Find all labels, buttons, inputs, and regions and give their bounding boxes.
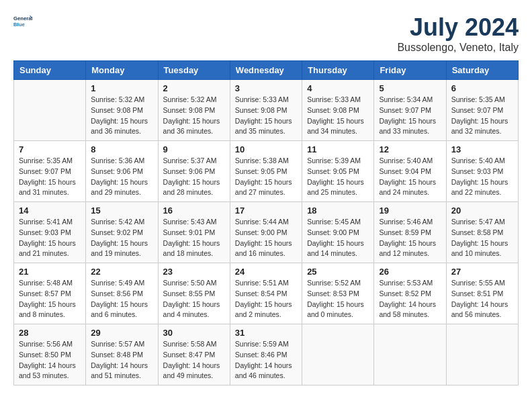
day-info: Sunrise: 5:49 AM Sunset: 8:56 PM Dayligh… <box>91 278 152 320</box>
day-number: 2 <box>163 83 225 93</box>
day-number: 15 <box>91 205 152 216</box>
calendar-cell: 18Sunrise: 5:45 AM Sunset: 9:00 PM Dayli… <box>302 202 374 263</box>
day-number: 4 <box>307 83 369 93</box>
logo: General Blue <box>13 13 32 32</box>
day-info: Sunrise: 5:36 AM Sunset: 9:06 PM Dayligh… <box>91 156 152 198</box>
location-subtitle: Bussolengo, Veneto, Italy <box>397 42 519 54</box>
calendar-cell <box>14 80 86 141</box>
day-info: Sunrise: 5:55 AM Sunset: 8:51 PM Dayligh… <box>451 278 513 320</box>
col-monday: Monday <box>86 61 158 80</box>
day-info: Sunrise: 5:48 AM Sunset: 8:57 PM Dayligh… <box>19 278 81 320</box>
day-number: 5 <box>379 83 441 93</box>
calendar-cell: 25Sunrise: 5:52 AM Sunset: 8:53 PM Dayli… <box>302 263 374 324</box>
col-tuesday: Tuesday <box>158 61 230 80</box>
day-number: 3 <box>235 83 297 93</box>
day-number: 8 <box>91 144 152 154</box>
calendar-week-row: 1Sunrise: 5:32 AM Sunset: 9:08 PM Daylig… <box>14 80 519 141</box>
calendar-cell: 16Sunrise: 5:43 AM Sunset: 9:01 PM Dayli… <box>158 202 230 263</box>
col-friday: Friday <box>374 61 446 80</box>
day-info: Sunrise: 5:37 AM Sunset: 9:06 PM Dayligh… <box>163 156 225 198</box>
calendar-week-row: 21Sunrise: 5:48 AM Sunset: 8:57 PM Dayli… <box>14 263 519 324</box>
calendar-body: 1Sunrise: 5:32 AM Sunset: 9:08 PM Daylig… <box>14 80 519 385</box>
calendar-cell: 6Sunrise: 5:35 AM Sunset: 9:07 PM Daylig… <box>446 80 518 141</box>
day-number: 17 <box>235 205 297 216</box>
col-wednesday: Wednesday <box>230 61 302 80</box>
calendar-cell: 14Sunrise: 5:41 AM Sunset: 9:03 PM Dayli… <box>14 202 86 263</box>
calendar-cell: 15Sunrise: 5:42 AM Sunset: 9:02 PM Dayli… <box>86 202 158 263</box>
day-info: Sunrise: 5:40 AM Sunset: 9:04 PM Dayligh… <box>379 156 441 198</box>
day-info: Sunrise: 5:45 AM Sunset: 9:00 PM Dayligh… <box>307 217 369 259</box>
day-info: Sunrise: 5:43 AM Sunset: 9:01 PM Dayligh… <box>163 217 225 259</box>
day-info: Sunrise: 5:46 AM Sunset: 8:59 PM Dayligh… <box>379 217 441 259</box>
calendar-cell: 19Sunrise: 5:46 AM Sunset: 8:59 PM Dayli… <box>374 202 446 263</box>
day-info: Sunrise: 5:52 AM Sunset: 8:53 PM Dayligh… <box>307 278 369 320</box>
day-number: 16 <box>163 205 225 216</box>
calendar-cell <box>446 324 518 385</box>
day-info: Sunrise: 5:35 AM Sunset: 9:07 PM Dayligh… <box>19 156 81 198</box>
day-number: 25 <box>307 267 369 277</box>
calendar-cell: 10Sunrise: 5:38 AM Sunset: 9:05 PM Dayli… <box>230 141 302 202</box>
logo-icon: General Blue <box>13 13 32 32</box>
day-info: Sunrise: 5:47 AM Sunset: 8:58 PM Dayligh… <box>451 217 513 259</box>
day-number: 20 <box>451 205 513 216</box>
calendar-cell: 27Sunrise: 5:55 AM Sunset: 8:51 PM Dayli… <box>446 263 518 324</box>
day-number: 14 <box>19 205 81 216</box>
calendar-cell <box>374 324 446 385</box>
day-info: Sunrise: 5:51 AM Sunset: 8:54 PM Dayligh… <box>235 278 297 320</box>
calendar-cell: 30Sunrise: 5:58 AM Sunset: 8:47 PM Dayli… <box>158 324 230 385</box>
calendar-cell: 3Sunrise: 5:33 AM Sunset: 9:08 PM Daylig… <box>230 80 302 141</box>
day-info: Sunrise: 5:35 AM Sunset: 9:07 PM Dayligh… <box>451 95 513 137</box>
calendar-cell: 28Sunrise: 5:56 AM Sunset: 8:50 PM Dayli… <box>14 324 86 385</box>
day-info: Sunrise: 5:50 AM Sunset: 8:55 PM Dayligh… <box>163 278 225 320</box>
day-number: 19 <box>379 205 441 216</box>
calendar-week-row: 7Sunrise: 5:35 AM Sunset: 9:07 PM Daylig… <box>14 141 519 202</box>
calendar-cell: 8Sunrise: 5:36 AM Sunset: 9:06 PM Daylig… <box>86 141 158 202</box>
svg-text:Blue: Blue <box>13 21 25 28</box>
day-info: Sunrise: 5:57 AM Sunset: 8:48 PM Dayligh… <box>91 339 152 381</box>
col-thursday: Thursday <box>302 61 374 80</box>
col-sunday: Sunday <box>14 61 86 80</box>
day-info: Sunrise: 5:40 AM Sunset: 9:03 PM Dayligh… <box>451 156 513 198</box>
day-number: 12 <box>379 144 441 154</box>
day-number: 29 <box>91 328 152 338</box>
day-number: 22 <box>91 267 152 277</box>
day-info: Sunrise: 5:53 AM Sunset: 8:52 PM Dayligh… <box>379 278 441 320</box>
day-number: 9 <box>163 144 225 154</box>
day-number: 13 <box>451 144 513 154</box>
calendar-cell: 31Sunrise: 5:59 AM Sunset: 8:46 PM Dayli… <box>230 324 302 385</box>
calendar-cell: 1Sunrise: 5:32 AM Sunset: 9:08 PM Daylig… <box>86 80 158 141</box>
calendar-week-row: 14Sunrise: 5:41 AM Sunset: 9:03 PM Dayli… <box>14 202 519 263</box>
day-info: Sunrise: 5:32 AM Sunset: 9:08 PM Dayligh… <box>91 95 152 137</box>
calendar-cell: 13Sunrise: 5:40 AM Sunset: 9:03 PM Dayli… <box>446 141 518 202</box>
day-number: 21 <box>19 267 81 277</box>
calendar-cell <box>302 324 374 385</box>
calendar-cell: 5Sunrise: 5:34 AM Sunset: 9:07 PM Daylig… <box>374 80 446 141</box>
month-year-title: July 2024 <box>397 13 519 42</box>
day-info: Sunrise: 5:38 AM Sunset: 9:05 PM Dayligh… <box>235 156 297 198</box>
calendar-cell: 2Sunrise: 5:32 AM Sunset: 9:08 PM Daylig… <box>158 80 230 141</box>
day-number: 10 <box>235 144 297 154</box>
day-info: Sunrise: 5:59 AM Sunset: 8:46 PM Dayligh… <box>235 339 297 381</box>
calendar-cell: 9Sunrise: 5:37 AM Sunset: 9:06 PM Daylig… <box>158 141 230 202</box>
day-info: Sunrise: 5:34 AM Sunset: 9:07 PM Dayligh… <box>379 95 441 137</box>
day-number: 31 <box>235 328 297 338</box>
day-info: Sunrise: 5:39 AM Sunset: 9:05 PM Dayligh… <box>307 156 369 198</box>
day-info: Sunrise: 5:33 AM Sunset: 9:08 PM Dayligh… <box>307 95 369 137</box>
calendar-cell: 21Sunrise: 5:48 AM Sunset: 8:57 PM Dayli… <box>14 263 86 324</box>
calendar-cell: 24Sunrise: 5:51 AM Sunset: 8:54 PM Dayli… <box>230 263 302 324</box>
calendar-cell: 20Sunrise: 5:47 AM Sunset: 8:58 PM Dayli… <box>446 202 518 263</box>
day-info: Sunrise: 5:41 AM Sunset: 9:03 PM Dayligh… <box>19 217 81 259</box>
day-number: 28 <box>19 328 81 338</box>
header-row: Sunday Monday Tuesday Wednesday Thursday… <box>14 61 519 80</box>
day-number: 24 <box>235 267 297 277</box>
day-number: 7 <box>19 144 81 154</box>
day-info: Sunrise: 5:32 AM Sunset: 9:08 PM Dayligh… <box>163 95 225 137</box>
calendar-cell: 11Sunrise: 5:39 AM Sunset: 9:05 PM Dayli… <box>302 141 374 202</box>
calendar-cell: 12Sunrise: 5:40 AM Sunset: 9:04 PM Dayli… <box>374 141 446 202</box>
day-info: Sunrise: 5:58 AM Sunset: 8:47 PM Dayligh… <box>163 339 225 381</box>
day-number: 18 <box>307 205 369 216</box>
col-saturday: Saturday <box>446 61 518 80</box>
calendar-cell: 4Sunrise: 5:33 AM Sunset: 9:08 PM Daylig… <box>302 80 374 141</box>
calendar-cell: 23Sunrise: 5:50 AM Sunset: 8:55 PM Dayli… <box>158 263 230 324</box>
day-number: 1 <box>91 83 152 93</box>
